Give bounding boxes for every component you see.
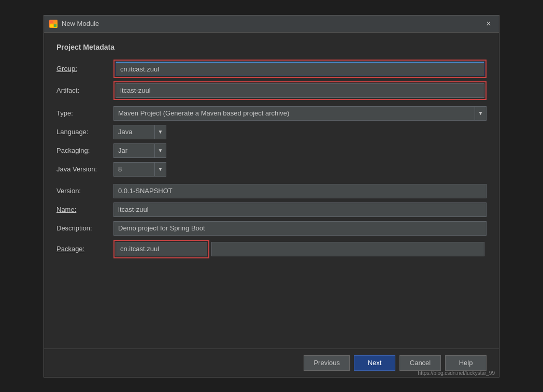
previous-button[interactable]: Previous — [304, 355, 350, 371]
language-value: Java — [113, 125, 155, 139]
name-row: Name: — [56, 202, 487, 217]
close-button[interactable]: × — [483, 19, 494, 29]
group-label-2: Group: — [56, 65, 113, 72]
svg-rect-2 — [50, 24, 53, 27]
group-row-full: Group: — [56, 60, 487, 78]
new-module-dialog: New Module × Project Metadata — [44, 15, 499, 378]
dialog-footer: Previous Next Cancel Help https://blog.c… — [44, 349, 499, 377]
version-label: Version: — [56, 187, 113, 195]
version-row: Version: — [56, 184, 487, 198]
name-label: Name: — [56, 206, 113, 213]
packaging-dropdown[interactable]: Jar ▼ — [113, 143, 166, 158]
type-label: Type: — [56, 109, 113, 117]
name-field[interactable] — [113, 202, 487, 217]
package-field[interactable] — [116, 242, 207, 256]
help-button[interactable]: Help — [445, 355, 487, 371]
footer-url: https://blog.csdn.net/luckystar_99 — [418, 370, 495, 376]
svg-rect-3 — [54, 24, 56, 27]
dialog-content: Project Metadata Group: — [44, 33, 499, 349]
java-version-row: Java Version: 8 ▼ — [56, 162, 487, 177]
section-title: Project Metadata — [56, 43, 487, 51]
type-dropdown[interactable]: Maven Project (Generate a Maven based pr… — [113, 106, 487, 121]
java-version-value: 8 — [113, 162, 155, 177]
artifact-label-2: Artifact: — [56, 86, 113, 94]
svg-rect-0 — [50, 21, 53, 23]
cancel-button[interactable]: Cancel — [399, 355, 441, 371]
package-label: Package: — [56, 245, 113, 253]
package-row: Package: — [56, 240, 487, 258]
module-icon — [49, 20, 58, 28]
dialog-title: New Module — [62, 20, 99, 27]
type-value: Maven Project (Generate a Maven based pr… — [113, 106, 475, 121]
group-field[interactable] — [116, 62, 484, 76]
description-field[interactable] — [113, 221, 487, 236]
title-bar-left: New Module — [49, 20, 99, 28]
packaging-dropdown-btn[interactable]: ▼ — [155, 143, 166, 158]
java-version-dropdown-btn[interactable]: ▼ — [155, 162, 166, 177]
language-dropdown[interactable]: Java ▼ — [113, 125, 166, 139]
artifact-row-full: Artifact: — [56, 81, 487, 100]
description-label: Description: — [56, 224, 113, 232]
description-row: Description: — [56, 221, 487, 236]
java-version-label: Java Version: — [56, 165, 113, 173]
artifact-field[interactable] — [116, 83, 484, 98]
title-bar: New Module × — [44, 16, 499, 33]
language-label: Language: — [56, 128, 113, 136]
language-row: Language: Java ▼ — [56, 125, 487, 139]
language-dropdown-btn[interactable]: ▼ — [155, 125, 166, 139]
packaging-label: Packaging: — [56, 147, 113, 154]
package-field-rest — [211, 242, 484, 256]
packaging-value: Jar — [113, 143, 155, 158]
java-version-dropdown[interactable]: 8 ▼ — [113, 162, 166, 177]
next-button[interactable]: Next — [354, 355, 395, 371]
svg-rect-1 — [54, 21, 56, 23]
version-field[interactable] — [113, 184, 487, 198]
type-row: Type: Maven Project (Generate a Maven ba… — [56, 106, 487, 121]
packaging-row: Packaging: Jar ▼ — [56, 143, 487, 158]
type-dropdown-btn[interactable]: ▼ — [475, 106, 487, 121]
